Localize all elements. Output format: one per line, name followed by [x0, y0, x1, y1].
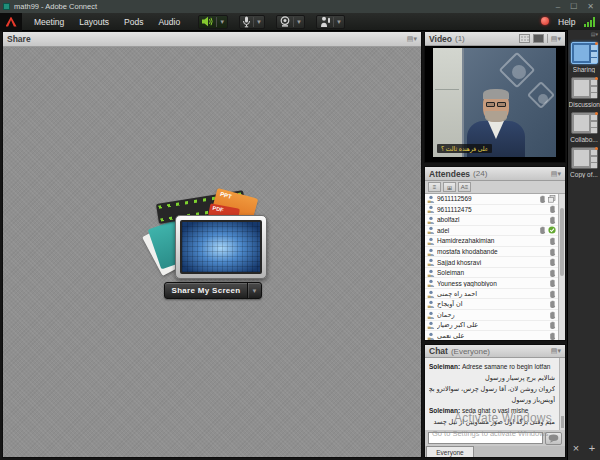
video-body: علی فرهنده ثالث ؟	[425, 46, 565, 162]
close-button[interactable]: ✕	[587, 2, 594, 11]
attendee-row[interactable]: Sajjad khosravi	[425, 257, 558, 268]
share-my-screen-button[interactable]: Share My Screen ▼	[164, 282, 262, 299]
layout-thumbnail-icon	[571, 147, 598, 169]
send-message-button[interactable]	[545, 432, 562, 445]
chat-message: میم وقتی برگه اول صور مساویین از نیل چسد	[429, 416, 555, 427]
menu-pods[interactable]: Pods	[124, 17, 143, 27]
attendees-pod-menu-icon[interactable]: ▤▾	[551, 170, 561, 178]
maximize-button[interactable]: ☐	[570, 2, 577, 11]
chat-message: آویس‌باز ورسول	[429, 394, 555, 405]
attendee-avatar-icon	[427, 258, 435, 266]
help-menu[interactable]: Help	[558, 17, 575, 27]
layout-thumbnail-icon	[571, 42, 598, 64]
layout-bar-menu-icon[interactable]: ▤▾	[591, 31, 598, 38]
chat-pod-header: Chat (Everyone) ▤▾	[425, 345, 565, 358]
layout-add-icon[interactable]: +	[589, 442, 595, 454]
attendee-avatar-icon	[427, 248, 435, 256]
attendee-row[interactable]: Hamidrezahakimian	[425, 236, 558, 247]
attendee-row[interactable]: abolfazl	[425, 215, 558, 226]
attendees-pod-header: Attendees (24) ▤▾	[425, 167, 565, 181]
titlebar: math99 - Adobe Connect – ☐ ✕	[0, 0, 600, 13]
adobe-connect-window: math99 - Adobe Connect – ☐ ✕ MeetingLayo…	[0, 0, 600, 460]
connection-status-icon[interactable]	[584, 16, 598, 27]
raise-hand-dropdown[interactable]: ▼	[336, 19, 342, 25]
video-pod-title: Video	[429, 34, 452, 44]
adobe-logo-icon[interactable]	[0, 13, 22, 31]
layout-label: Sharing	[573, 66, 595, 73]
layout-label: Collabo...	[570, 136, 597, 143]
raised-hand-status-icon	[549, 290, 556, 298]
attendees-scrollbar[interactable]	[558, 194, 565, 340]
layout-item-copy-of[interactable]: Copy of...	[568, 147, 600, 178]
menu-audio[interactable]: Audio	[158, 17, 180, 27]
chat-message: کروان روشن لان، آقا رسول چرس، سوالاترو ب…	[429, 383, 555, 394]
attendee-status-view-icon[interactable]: A≡	[458, 182, 471, 192]
layout-item-collabo[interactable]: Collabo...	[568, 112, 600, 143]
documents-status-icon	[548, 195, 556, 203]
whiteboard-background	[433, 48, 464, 157]
layout-label: Copy of...	[570, 171, 598, 178]
webcam-button[interactable]: ▼	[276, 15, 305, 29]
microphone-dropdown[interactable]: ▼	[256, 19, 262, 25]
attendee-list-view-icon[interactable]: ≡	[428, 182, 441, 192]
attendee-row[interactable]: 9611112475	[425, 205, 558, 216]
attendee-avatar-icon	[427, 290, 435, 298]
attendee-row[interactable]: 9611112569	[425, 194, 558, 205]
attendee-row[interactable]: Youness yaghobiyon	[425, 278, 558, 289]
webcam-icon	[279, 16, 291, 27]
chat-tab-everyone[interactable]: Everyone	[426, 446, 474, 457]
attendee-row[interactable]: احمد راه چمنی	[425, 289, 558, 300]
attendee-name: 9611112569	[437, 195, 539, 202]
layout-item-sharing[interactable]: Sharing	[568, 42, 600, 73]
attendee-name: رحمان	[437, 311, 549, 319]
raised-hand-status-icon	[549, 269, 556, 277]
attendee-avatar-icon	[427, 321, 435, 329]
chat-pod-menu-icon[interactable]: ▤▾	[551, 347, 561, 355]
webcam-dropdown[interactable]: ▼	[296, 19, 302, 25]
video-pod: Video (1) ▤▾	[424, 31, 566, 163]
layout-manage-icon[interactable]: ×	[573, 442, 579, 454]
attendee-row[interactable]: رحمان	[425, 310, 558, 321]
attendee-name: علی اکبر رضیار	[437, 321, 549, 329]
attendee-row[interactable]: mostafa khodabande	[425, 247, 558, 258]
share-pod: Share ▤▾ PPT PDF ♪ Share My Screen ▼	[2, 31, 422, 458]
share-pod-menu-icon[interactable]: ▤▾	[407, 35, 417, 43]
menu-meeting[interactable]: Meeting	[34, 17, 64, 27]
attendee-avatar-icon	[427, 269, 435, 277]
layout-thumbnail-icon	[571, 112, 598, 134]
video-pod-menu-icon[interactable]: ▤▾	[551, 35, 561, 43]
attendee-row[interactable]: Soleiman	[425, 268, 558, 279]
attendee-row[interactable]: adel	[425, 226, 558, 237]
attendee-name: Hamidrezahakimian	[437, 237, 549, 244]
attendees-pod-title: Attendees	[429, 169, 470, 179]
raise-hand-icon	[319, 16, 331, 27]
minimize-button[interactable]: –	[556, 2, 560, 11]
recording-indicator-icon	[541, 17, 549, 25]
attendee-row[interactable]: ان آویجاح	[425, 299, 558, 310]
share-options-dropdown[interactable]: ▼	[247, 283, 261, 298]
filmstrip-view-icon[interactable]	[533, 34, 544, 43]
microphone-button[interactable]: ▼	[239, 15, 265, 29]
menu-layouts[interactable]: Layouts	[79, 17, 109, 27]
attendee-avatar-icon	[427, 332, 435, 340]
chat-message: Soleiman: Adrese samane ro begin lotfan	[429, 361, 555, 372]
attendee-avatar-icon	[427, 195, 435, 203]
speaker-dropdown[interactable]: ▼	[219, 19, 225, 25]
layout-item-discussion[interactable]: Discussion	[568, 77, 600, 108]
raise-hand-button[interactable]: ▼	[316, 15, 345, 29]
microphone-icon	[242, 16, 251, 28]
speaker-button[interactable]: ▼	[198, 15, 228, 29]
attendee-row[interactable]: علی اکبر رضیار	[425, 321, 558, 332]
attendees-pod: Attendees (24) ▤▾ ≡ ⊞ A≡ 961111256996111…	[424, 166, 566, 341]
chat-input[interactable]	[428, 432, 543, 444]
raised-hand-status-icon	[549, 279, 556, 287]
attendee-name: mostafa khodabande	[437, 248, 549, 255]
attendee-breakout-view-icon[interactable]: ⊞	[443, 182, 456, 192]
menu-bar: MeetingLayoutsPodsAudio ▼ ▼ ▼ ▼	[0, 13, 600, 31]
grid-view-icon[interactable]	[519, 34, 530, 43]
webcam-feed[interactable]: علی فرهنده ثالث ؟	[433, 48, 556, 157]
attendee-name: علی نعمی	[437, 332, 549, 340]
attendee-row[interactable]: علی نعمی	[425, 331, 558, 340]
raised-hand-status-icon	[549, 321, 556, 329]
chat-scrollbar[interactable]	[559, 358, 565, 430]
